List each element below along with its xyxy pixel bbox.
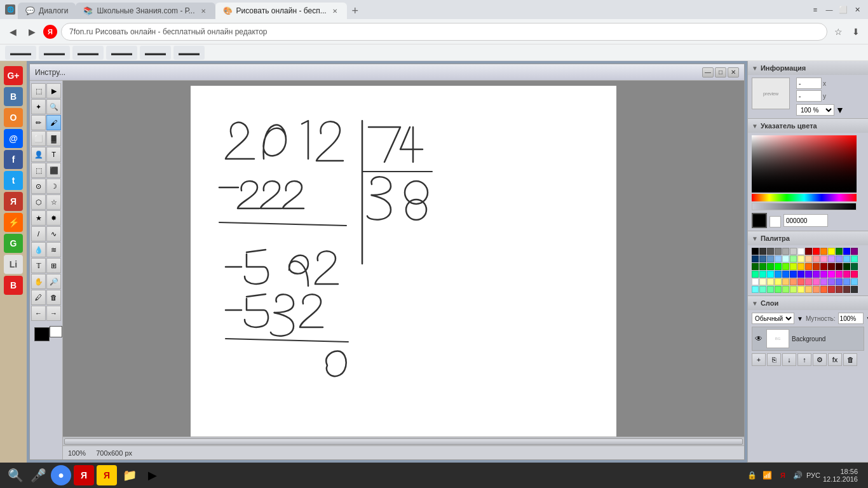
canvas-scroll[interactable]	[63, 81, 744, 437]
primary-color-swatch[interactable]	[752, 213, 767, 228]
palette-color-cell[interactable]	[759, 263, 766, 270]
palette-color-cell[interactable]	[797, 255, 804, 262]
palette-color-cell[interactable]	[797, 278, 804, 285]
smudge-tool[interactable]: ≋	[46, 242, 61, 257]
palette-color-cell[interactable]	[775, 278, 782, 285]
new-tab-button[interactable]: +	[347, 3, 363, 19]
line-tool[interactable]: /	[31, 226, 46, 241]
palette-color-cell[interactable]	[797, 263, 804, 270]
color-gradient[interactable]	[752, 135, 857, 193]
palette-color-cell[interactable]	[843, 263, 850, 270]
palette-color-cell[interactable]	[790, 255, 797, 262]
volume-tray-icon[interactable]: 🔊	[792, 470, 804, 481]
horizontal-scrollbar[interactable]	[63, 437, 744, 445]
palette-color-cell[interactable]	[836, 286, 843, 293]
palette-color-cell[interactable]	[820, 271, 827, 278]
palette-color-cell[interactable]	[790, 263, 797, 270]
zoom-tool[interactable]: 🔍	[46, 99, 61, 114]
palette-color-cell[interactable]	[828, 271, 835, 278]
palette-color-cell[interactable]	[775, 271, 782, 278]
palette-color-cell[interactable]	[851, 278, 858, 285]
select-rect-tool[interactable]: ⬚	[31, 83, 46, 98]
network-tray-icon[interactable]: 🔒	[747, 470, 758, 481]
scrollbar-thumb[interactable]	[64, 438, 743, 445]
palette-color-cell[interactable]	[759, 255, 766, 262]
fill-tool[interactable]: ▓	[46, 131, 61, 146]
palette-color-cell[interactable]	[836, 263, 843, 270]
ybrowser-taskbar-btn[interactable]: Я	[97, 465, 117, 485]
y-field[interactable]	[796, 90, 822, 102]
droplet-tool[interactable]: 💧	[31, 242, 46, 257]
layer-add-btn[interactable]: +	[752, 353, 766, 366]
palette-color-cell[interactable]	[843, 271, 850, 278]
blogger-icon[interactable]: B	[4, 276, 23, 295]
palette-color-cell[interactable]	[775, 248, 782, 255]
move-tool[interactable]: ▶	[46, 83, 61, 98]
star-fill-tool[interactable]: ★	[31, 210, 46, 226]
grid-tool[interactable]: ⊞	[46, 258, 61, 273]
facebook-icon[interactable]: f	[4, 150, 23, 169]
vk-icon[interactable]: В	[4, 87, 23, 106]
twitter-icon[interactable]: t	[4, 171, 23, 190]
blend-mode-select[interactable]: Обычный	[752, 313, 794, 324]
secondary-color-swatch[interactable]	[770, 216, 781, 227]
forward-button[interactable]: ▶	[24, 24, 39, 39]
layer-copy-btn[interactable]: ⎘	[767, 353, 781, 366]
palette-color-cell[interactable]	[843, 255, 850, 262]
mic-taskbar-btn[interactable]: 🎤	[28, 465, 48, 485]
brush-tool[interactable]: 🖌	[46, 115, 61, 130]
opacity-dropdown2[interactable]: ▼	[866, 315, 868, 322]
redo-tool[interactable]: →	[46, 306, 61, 321]
palette-color-cell[interactable]	[767, 271, 774, 278]
palette-color-cell[interactable]	[782, 263, 789, 270]
palette-color-cell[interactable]	[752, 248, 759, 255]
palette-color-cell[interactable]	[775, 263, 782, 270]
palette-color-cell[interactable]	[752, 278, 759, 285]
app-maximize-btn[interactable]: □	[715, 67, 726, 78]
drawing-canvas[interactable]	[191, 86, 616, 437]
close-button[interactable]: ✕	[851, 4, 863, 15]
eraser-tool[interactable]: ⬜	[31, 131, 46, 146]
pencil-tool[interactable]: ✏	[31, 115, 46, 130]
palette-color-cell[interactable]	[820, 248, 827, 255]
chrome-taskbar-btn[interactable]: ●	[51, 465, 71, 485]
palette-color-cell[interactable]	[836, 248, 843, 255]
layer-settings-btn[interactable]: ⚙	[813, 353, 827, 366]
palette-color-cell[interactable]	[843, 278, 850, 285]
background-color[interactable]	[50, 326, 62, 337]
foreground-color[interactable]	[34, 327, 50, 341]
palette-color-cell[interactable]	[752, 286, 759, 293]
palette-color-cell[interactable]	[813, 248, 820, 255]
clone-tool[interactable]: 👤	[31, 147, 46, 162]
layer-up-btn[interactable]: ↑	[797, 353, 811, 366]
bookmark-item-3[interactable]: ▬▬▬	[72, 46, 104, 60]
palette-color-cell[interactable]	[851, 248, 858, 255]
color-hex-input[interactable]	[783, 214, 828, 227]
palette-color-cell[interactable]	[752, 255, 759, 262]
palette-color-cell[interactable]	[782, 271, 789, 278]
search-taskbar-btn[interactable]: 🔍	[5, 465, 25, 485]
curve-tool[interactable]: ∿	[46, 226, 61, 241]
palette-color-cell[interactable]	[851, 286, 858, 293]
palette-color-cell[interactable]	[752, 263, 759, 270]
palette-color-cell[interactable]	[843, 248, 850, 255]
media-taskbar-btn[interactable]: ▶	[142, 465, 163, 485]
type-mask-tool[interactable]: 𝕋	[31, 258, 46, 273]
palette-color-cell[interactable]	[851, 255, 858, 262]
google-icon[interactable]: G	[4, 234, 23, 253]
mail-icon[interactable]: @	[4, 129, 23, 148]
ellipse-tool[interactable]: ⊙	[31, 179, 46, 194]
palette-color-cell[interactable]	[782, 248, 789, 255]
delete-tool[interactable]: 🗑	[46, 290, 61, 305]
tab-dialogues[interactable]: 💬 Диалоги	[18, 3, 76, 19]
palette-color-cell[interactable]	[813, 263, 820, 270]
app-minimize-btn[interactable]: —	[702, 67, 714, 78]
palette-color-cell[interactable]	[782, 255, 789, 262]
rect-fill-tool[interactable]: ⬛	[46, 163, 61, 178]
palette-color-cell[interactable]	[759, 271, 766, 278]
bookmark-item-4[interactable]: ▬▬▬	[106, 46, 137, 60]
yandex-tray-icon[interactable]: Я	[777, 470, 789, 481]
flower-tool[interactable]: ✸	[46, 210, 61, 226]
palette-color-cell[interactable]	[813, 278, 820, 285]
bookmark-item-5[interactable]: ▬▬▬	[140, 46, 171, 60]
